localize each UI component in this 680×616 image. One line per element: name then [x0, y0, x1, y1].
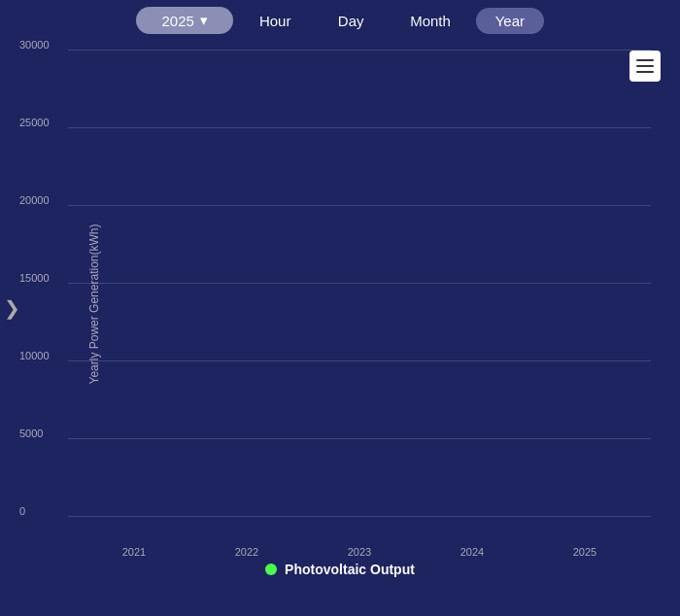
chart-area: 30000 25000 20000 15000 10000 5000 0 — [68, 51, 651, 517]
chart-wrapper: Yearly Power Generation(kWh) 30000 25000… — [68, 51, 651, 558]
chevron-down-icon: ▾ — [200, 12, 208, 29]
bars-container — [68, 51, 651, 517]
top-bar: 2025 ▾ Hour Day Month Year — [0, 0, 680, 41]
y-label-10000: 10000 — [19, 350, 50, 361]
y-label-0: 0 — [19, 505, 25, 517]
left-arrow-icon[interactable]: ❯ — [4, 296, 20, 320]
y-label-25000: 25000 — [19, 117, 50, 128]
y-label-20000: 20000 — [19, 194, 50, 206]
tab-year[interactable]: Year — [476, 8, 544, 34]
legend-label: Photovoltaic Output — [285, 562, 415, 577]
year-selector[interactable]: 2025 ▾ — [136, 7, 233, 34]
x-label-2022: 2022 — [235, 546, 258, 558]
year-value: 2025 — [161, 13, 193, 29]
x-label-2021: 2021 — [122, 546, 146, 558]
tab-month[interactable]: Month — [392, 8, 468, 34]
x-label-2023: 2023 — [348, 546, 371, 558]
y-label-15000: 15000 — [19, 272, 50, 284]
tab-hour[interactable]: Hour — [241, 8, 309, 34]
y-label-30000: 30000 — [19, 39, 50, 51]
y-label-5000: 5000 — [19, 428, 43, 439]
x-axis: 2021 2022 2023 2024 2025 — [68, 546, 651, 558]
chart-legend: Photovoltaic Output — [0, 562, 680, 577]
x-label-2024: 2024 — [460, 546, 484, 558]
legend-dot — [265, 564, 277, 575]
x-label-2025: 2025 — [573, 546, 596, 558]
tab-day[interactable]: Day — [317, 8, 385, 34]
